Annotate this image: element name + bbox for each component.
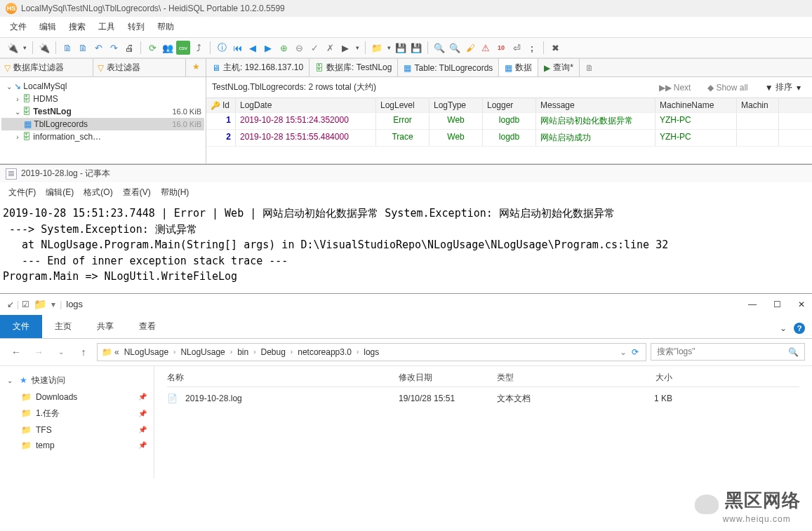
menu-tools[interactable]: 工具 [98, 21, 115, 33]
nav-up-button[interactable]: ↑ [74, 343, 93, 361]
savemulti-icon[interactable]: 💾 [409, 41, 423, 55]
tree-testnlog[interactable]: ⌄🗄 TestNLog 16.0 KiB [1, 105, 204, 118]
tab-new[interactable]: 🗎 [580, 59, 599, 76]
close-button[interactable]: ✕ [798, 300, 805, 309]
semicolon-icon[interactable]: ; [525, 41, 539, 55]
new-doc-icon[interactable]: 🗎 [60, 41, 74, 55]
add-icon[interactable]: ⊕ [277, 41, 291, 55]
binary-icon[interactable]: 10 [494, 41, 508, 55]
grid-row[interactable]: 1 2019-10-28 15:51:24.352000 Error Web l… [206, 113, 812, 130]
info-icon[interactable]: ⓘ [215, 41, 229, 55]
open-doc-icon[interactable]: 🗎 [76, 41, 90, 55]
ribbon-file[interactable]: 文件 [0, 315, 42, 338]
tree-hdms[interactable]: ›🗄 HDMS [1, 93, 204, 105]
zoom-icon[interactable]: 🔍 [432, 41, 446, 55]
ribbon-share[interactable]: 共享 [84, 315, 126, 338]
crumb[interactable]: Debug [258, 346, 288, 358]
addr-refresh-icon[interactable]: ⟳ [629, 347, 641, 357]
minimize-button[interactable]: — [748, 300, 757, 309]
nav-downloads[interactable]: 📁Downloads📌 [3, 389, 151, 405]
showall-button[interactable]: ◆ Show all [702, 81, 753, 94]
zoom2-icon[interactable]: 🔍 [448, 41, 462, 55]
cancel-icon[interactable]: ✗ [323, 41, 337, 55]
close-tool-icon[interactable]: ✖ [548, 41, 562, 55]
ribbon-home[interactable]: 主页 [42, 315, 84, 338]
first-icon[interactable]: ⏮ [230, 41, 244, 55]
tab-query[interactable]: ▶查询* [538, 59, 580, 76]
db-filter-tab[interactable]: ▽ 数据库过滤器 [0, 59, 93, 76]
col-name[interactable]: 名称 [167, 372, 399, 384]
next-button[interactable]: ▶▶ Next [653, 81, 697, 94]
crumb[interactable]: netcoreapp3.0 [295, 346, 354, 358]
nav-back-button[interactable]: ← [7, 343, 25, 361]
tab-data[interactable]: ▦数据 [499, 59, 538, 76]
table-filter-tab[interactable]: ▽ 表过滤器 [93, 59, 187, 76]
nav-tfs[interactable]: 📁TFS📌 [3, 422, 151, 438]
menu-help[interactable]: 帮助 [157, 21, 174, 33]
file-row[interactable]: 📄 2019-10-28.log 19/10/28 15:51 文本文档 1 K… [167, 387, 799, 410]
nav-tasks[interactable]: 📁1.任务📌 [3, 405, 151, 422]
undo-icon[interactable]: ↶ [91, 41, 105, 55]
np-menu-file[interactable]: 文件(F) [8, 187, 36, 199]
tree-server[interactable]: ⌄↘ LocalMySql [1, 80, 204, 93]
new-connect-icon[interactable]: 🔌 [37, 41, 51, 55]
search-icon[interactable]: 🔍 [788, 347, 799, 357]
favorites-tab[interactable]: ★ [186, 59, 206, 76]
np-menu-format[interactable]: 格式(O) [84, 187, 112, 199]
run-dd-icon[interactable]: ▾ [354, 41, 361, 55]
sort-button[interactable]: ▼ 排序 ▾ [759, 80, 806, 95]
col-size[interactable]: 大小 [602, 372, 672, 384]
crumb[interactable]: logs [361, 346, 382, 358]
save-icon[interactable]: 💾 [394, 41, 408, 55]
np-menu-view[interactable]: 查看(V) [123, 187, 151, 199]
crumb[interactable]: NLogUsage [121, 346, 171, 358]
csv-icon[interactable]: csv [176, 41, 190, 55]
tab-table[interactable]: ▦Table: TblLogrecords [398, 59, 499, 76]
folder-dd-icon[interactable]: ▾ [385, 41, 392, 55]
maximize-button[interactable]: ☐ [773, 300, 781, 309]
export-icon[interactable]: ⤴ [192, 41, 206, 55]
wrap-icon[interactable]: ⏎ [510, 41, 524, 55]
search-box[interactable]: 搜索"logs" 🔍 [651, 343, 805, 361]
crumb-root[interactable]: « [114, 347, 119, 357]
nav-temp[interactable]: 📁temp📌 [3, 438, 151, 453]
menu-goto[interactable]: 转到 [128, 21, 145, 33]
folder-icon[interactable]: 📁 [370, 41, 384, 55]
warn-icon[interactable]: ⚠ [479, 41, 493, 55]
crumb[interactable]: bin [234, 346, 251, 358]
commit-icon[interactable]: ✓ [307, 41, 321, 55]
next-icon[interactable]: ▶ [261, 41, 275, 55]
help-icon[interactable]: ? [794, 323, 805, 334]
dropdown-icon[interactable]: ▾ [21, 41, 28, 55]
col-type[interactable]: 类型 [497, 372, 602, 384]
menu-edit[interactable]: 编辑 [39, 21, 56, 33]
prev-icon[interactable]: ◀ [246, 41, 260, 55]
tree-infoschema[interactable]: ›🗄 information_sch… [1, 130, 204, 143]
users-icon[interactable]: 👥 [161, 41, 175, 55]
nav-recent-button[interactable]: ⌄ [52, 343, 70, 361]
grid-row[interactable]: 2 2019-10-28 15:51:55.484000 Trace Web l… [206, 130, 812, 147]
menu-search[interactable]: 搜索 [69, 21, 86, 33]
redo-icon[interactable]: ↷ [107, 41, 121, 55]
tab-database[interactable]: 🗄数据库: TestNLog [310, 59, 398, 76]
back-small-icon[interactable]: ↙ [7, 300, 14, 309]
crumb[interactable]: NLogUsage [178, 346, 227, 358]
remove-icon[interactable]: ⊖ [292, 41, 306, 55]
np-menu-help[interactable]: 帮助(H) [161, 187, 189, 199]
run-icon[interactable]: ▶ [338, 41, 352, 55]
ribbon-view[interactable]: 查看 [126, 315, 168, 338]
refresh-icon[interactable]: ⟳ [145, 41, 159, 55]
brush-icon[interactable]: 🖌 [463, 41, 477, 55]
tree-tbllogrecords[interactable]: ▦ TblLogrecords 16.0 KiB [1, 118, 204, 130]
expand-ribbon-icon[interactable]: ⌄ [780, 323, 787, 333]
menu-file[interactable]: 文件 [10, 21, 27, 33]
np-menu-edit[interactable]: 编辑(E) [46, 187, 74, 199]
check-icon[interactable]: ☑ [22, 300, 29, 309]
print-icon[interactable]: 🖨 [122, 41, 136, 55]
connect-icon[interactable]: 🔌 [6, 41, 20, 55]
quick-access[interactable]: ⌄★ 快速访问 [3, 372, 151, 389]
nav-forward-button[interactable]: → [29, 343, 48, 361]
addr-dropdown-icon[interactable]: ⌄ [620, 347, 627, 357]
tab-host[interactable]: 🖥主机: 192.168.137.10 [206, 59, 310, 76]
address-bar[interactable]: 📁 « NLogUsage› NLogUsage› bin› Debug› ne… [97, 343, 646, 361]
